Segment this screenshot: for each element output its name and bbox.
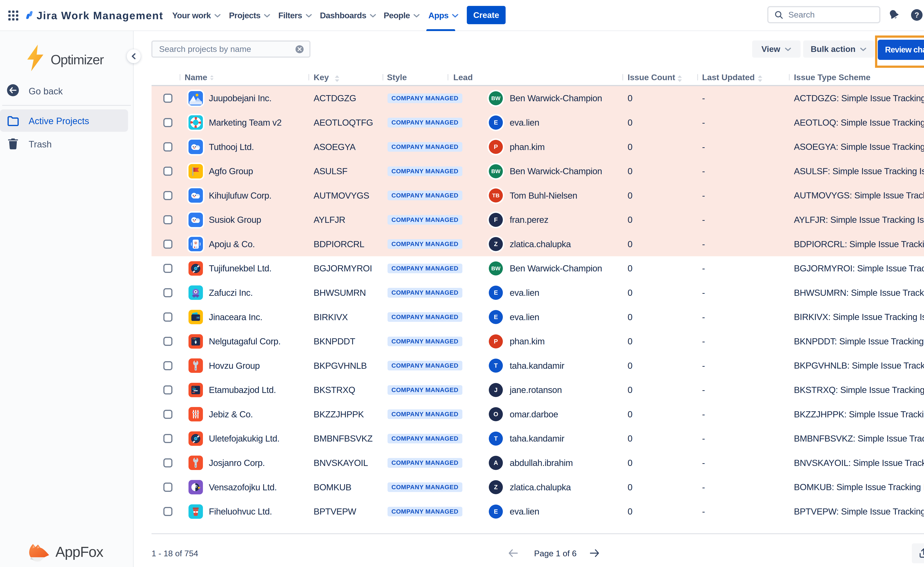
svg-text:?: ? [914,11,919,19]
